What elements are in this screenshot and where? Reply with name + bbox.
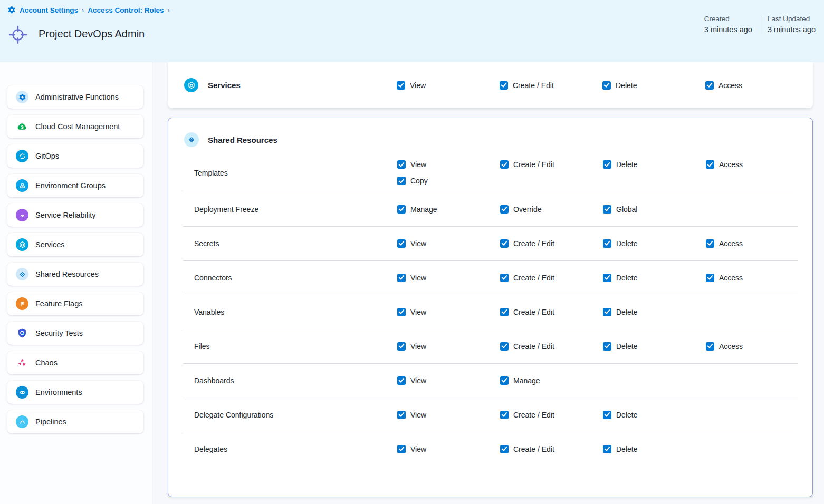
checkbox-checked-icon <box>500 81 508 90</box>
sidebar-item-administrative-functions[interactable]: Administrative Functions <box>7 85 143 109</box>
gear-icon <box>16 91 28 103</box>
breadcrumb-separator: › <box>82 6 84 14</box>
role-meta: Created 3 minutes ago Last Updated 3 min… <box>704 15 816 34</box>
permission-access[interactable]: Access <box>706 239 812 248</box>
permission-view[interactable]: View <box>397 160 500 169</box>
permission-create-edit[interactable]: Create / Edit <box>500 160 603 169</box>
permission-access[interactable]: Access <box>705 81 813 90</box>
permission-access[interactable]: Access <box>706 342 812 351</box>
sidebar-item-label: Chaos <box>35 358 58 367</box>
permission-label: View <box>410 308 426 316</box>
checkbox-checked-icon <box>397 239 406 248</box>
permission-delete[interactable]: Delete <box>603 411 706 419</box>
checkbox-checked-icon <box>397 81 405 90</box>
permission-manage[interactable]: Manage <box>397 205 500 214</box>
permission-label: Delete <box>616 160 637 169</box>
checkbox-checked-icon <box>603 274 611 282</box>
page-header: Account Settings › Access Control: Roles… <box>0 0 824 62</box>
permission-create-edit[interactable]: Create / Edit <box>500 342 603 351</box>
sidebar-item-feature-flags[interactable]: Feature Flags <box>7 292 143 315</box>
sidebar-item-gitops[interactable]: GitOps <box>7 144 143 168</box>
permission-delete[interactable]: Delete <box>603 160 706 169</box>
permission-create-edit[interactable]: Create / Edit <box>500 411 603 419</box>
permission-delete[interactable]: Delete <box>603 239 706 248</box>
sidebar-item-pipelines[interactable]: Pipelines <box>7 410 143 433</box>
permission-row-dashboards: DashboardsViewManage <box>168 363 812 398</box>
permission-copy[interactable]: Copy <box>397 177 500 185</box>
permission-delete[interactable]: Delete <box>603 342 706 351</box>
breadcrumb-account-settings[interactable]: Account Settings <box>20 6 78 14</box>
permission-row-connectors: ConnectorsViewCreate / EditDeleteAccess <box>168 260 812 295</box>
permission-view[interactable]: View <box>397 376 500 385</box>
permission-delete[interactable]: Delete <box>603 274 706 282</box>
permission-label: Delete <box>616 342 637 351</box>
permission-label: Delete <box>616 274 637 282</box>
permission-label: View <box>410 274 426 282</box>
permission-view[interactable]: View <box>397 445 500 453</box>
app-root: Account Settings › Access Control: Roles… <box>0 0 824 504</box>
permission-create-edit[interactable]: Create / Edit <box>500 81 602 90</box>
checkbox-checked-icon <box>397 445 406 453</box>
services-icon <box>184 78 198 92</box>
gitops-icon <box>16 150 28 162</box>
permission-access[interactable]: Access <box>706 274 812 282</box>
shared-resources-section-header: Shared Resources <box>168 118 812 147</box>
sidebar-item-label: Environment Groups <box>35 181 106 190</box>
checkbox-checked-icon <box>500 308 509 316</box>
last-updated-value: 3 minutes ago <box>768 25 816 34</box>
sidebar-item-service-reliability[interactable]: Service Reliability <box>7 203 143 227</box>
permission-create-edit[interactable]: Create / Edit <box>500 239 603 248</box>
last-updated-label: Last Updated <box>768 15 816 23</box>
checkbox-checked-icon <box>500 239 509 248</box>
checkbox-checked-icon <box>706 342 714 351</box>
permission-label: Create / Edit <box>513 81 554 90</box>
permission-override[interactable]: Override <box>500 205 603 214</box>
permission-view[interactable]: View <box>397 274 500 282</box>
shared-resources-section-card: Shared Resources TemplatesViewCreate / E… <box>168 118 813 497</box>
permission-create-edit[interactable]: Create / Edit <box>500 274 603 282</box>
permission-manage[interactable]: Manage <box>500 376 603 385</box>
breadcrumb-separator: › <box>167 6 169 14</box>
sidebar-item-security-tests[interactable]: Security Tests <box>7 322 143 345</box>
crosshair-target-icon <box>7 24 29 46</box>
resource-row-label: Connectors <box>168 274 397 282</box>
breadcrumb-access-control-roles[interactable]: Access Control: Roles <box>88 6 164 14</box>
permission-create-edit[interactable]: Create / Edit <box>500 308 603 316</box>
permission-label: Global <box>616 205 637 214</box>
permission-view[interactable]: View <box>397 81 500 90</box>
permission-label: Access <box>719 160 743 169</box>
resource-row-label: Dashboards <box>168 376 397 385</box>
permissions-panel: Services ViewCreate / EditDeleteAccess S… <box>153 62 824 504</box>
permission-view[interactable]: View <box>397 239 500 248</box>
sidebar-item-environments[interactable]: Environments <box>7 381 143 404</box>
checkbox-checked-icon <box>500 445 509 453</box>
permission-label: Create / Edit <box>513 411 554 419</box>
permission-label: View <box>410 342 426 351</box>
permission-create-edit[interactable]: Create / Edit <box>500 445 603 453</box>
permission-delete[interactable]: Delete <box>603 445 706 453</box>
permission-label: Delete <box>616 445 637 453</box>
services-section-header: Services <box>168 78 397 92</box>
permission-view[interactable]: View <box>397 411 500 419</box>
services-icon <box>16 238 28 251</box>
permission-label: Create / Edit <box>513 160 554 169</box>
permission-global[interactable]: Global <box>603 205 706 214</box>
permission-access[interactable]: Access <box>706 160 812 169</box>
permission-delete[interactable]: Delete <box>602 81 705 90</box>
permission-label: View <box>410 445 426 453</box>
sidebar-item-chaos[interactable]: Chaos <box>7 351 143 374</box>
sidebar-item-services[interactable]: Services <box>7 233 143 256</box>
sidebar-item-label: Administrative Functions <box>35 93 119 101</box>
sidebar-item-environment-groups[interactable]: Environment Groups <box>7 174 143 197</box>
checkbox-checked-icon <box>603 342 611 351</box>
permission-label: View <box>410 81 426 90</box>
sidebar-item-shared-resources[interactable]: Shared Resources <box>7 263 143 286</box>
last-updated-meta: Last Updated 3 minutes ago <box>768 15 816 34</box>
pipelines-icon <box>16 415 28 428</box>
resource-row-label: Deployment Freeze <box>168 205 397 214</box>
permission-view[interactable]: View <box>397 342 500 351</box>
permission-delete[interactable]: Delete <box>603 308 706 316</box>
sidebar-item-cloud-cost-management[interactable]: $Cloud Cost Management <box>7 115 143 138</box>
permission-view[interactable]: View <box>397 308 500 316</box>
permission-label: Access <box>719 239 743 248</box>
